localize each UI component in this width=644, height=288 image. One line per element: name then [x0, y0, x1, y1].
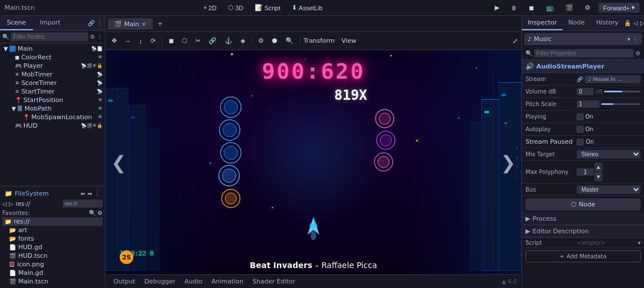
- tab-output[interactable]: Output: [110, 277, 138, 286]
- vt-view-label[interactable]: View: [341, 37, 356, 44]
- btn-2d[interactable]: ⌖ 2D: [200, 3, 220, 13]
- tree-item-hud[interactable]: 🎮 HUD 📡🎬👁🔒: [0, 121, 105, 130]
- filter-action-icon[interactable]: ⚙: [90, 34, 95, 40]
- btn-3d[interactable]: ⬡ 3D: [225, 3, 247, 13]
- tab-audio[interactable]: Audio: [181, 277, 206, 286]
- fs-action-1[interactable]: ⬅: [80, 190, 85, 197]
- playing-checkbox[interactable]: [577, 113, 584, 120]
- tool-zoom[interactable]: 🔍: [283, 36, 296, 46]
- btn-pause[interactable]: ⏸: [507, 3, 520, 13]
- tab-add-button[interactable]: +: [154, 19, 166, 29]
- tree-item-startposition[interactable]: 📍 StartPosition 👁: [0, 96, 105, 104]
- tab-import[interactable]: Import: [33, 16, 68, 30]
- filter-props-settings-icon[interactable]: ⚙: [635, 50, 641, 56]
- fs-item-hudtscn[interactable]: 🎬 HUD.tscn: [2, 252, 103, 260]
- tree-item-mobpath[interactable]: ▼ 🛤 MobPath 👁: [0, 104, 105, 113]
- prop-stream-file[interactable]: ♪ House In ...: [585, 75, 641, 83]
- tool-select[interactable]: ✥: [109, 36, 120, 46]
- btn-play[interactable]: ▶: [491, 3, 503, 13]
- polyphony-input[interactable]: [577, 168, 594, 176]
- polyphony-up-btn[interactable]: ▲: [594, 163, 602, 172]
- tool-rotate[interactable]: ↕: [136, 36, 145, 46]
- pitch-scale-input[interactable]: [577, 100, 600, 108]
- pitch-slider-track[interactable]: [601, 103, 641, 105]
- tool-layout[interactable]: ◈: [238, 36, 248, 46]
- tree-item-mobspawn[interactable]: 📍 MobSpawnLocation 👁: [0, 113, 105, 121]
- tab-inspector[interactable]: Inspector: [522, 16, 563, 30]
- fs-back-icon[interactable]: ◁: [2, 201, 7, 207]
- fs-item-hudgd[interactable]: 📄 HUD.gd: [2, 243, 103, 252]
- btn-stop[interactable]: ⏹: [525, 3, 538, 13]
- vt-transform-label[interactable]: Transform: [304, 37, 335, 44]
- prop-stream-value: 🔗 ♪ House In ...: [577, 75, 641, 83]
- fs-item-res[interactable]: 📁 res://: [2, 217, 103, 226]
- tab-label-main: Main: [124, 21, 139, 28]
- tab-node[interactable]: Node: [563, 16, 590, 30]
- fs-filter-icon[interactable]: 🔍: [89, 210, 96, 216]
- tree-item-starttimer[interactable]: ✕ StartTimer 📡: [0, 87, 105, 96]
- editor-tab-main[interactable]: 🎬 Main ✕: [108, 18, 153, 30]
- fs-forward-icon[interactable]: ▷: [9, 201, 14, 207]
- btn-settings[interactable]: ⚙: [581, 3, 594, 13]
- tree-item-main[interactable]: ▼ 🟦 Main 📡 📄: [0, 44, 105, 53]
- node-select-dropdown[interactable]: ♪ Music ▾ ⋮: [524, 33, 642, 45]
- fs-item-iconpng[interactable]: 🖼 icon.png: [2, 260, 103, 269]
- volume-slider-track[interactable]: [604, 91, 641, 92]
- tool-snap[interactable]: ◼: [166, 36, 177, 46]
- fs-action-2[interactable]: ➡: [88, 190, 92, 197]
- tab-animation[interactable]: Animation: [208, 277, 247, 286]
- filter-more-icon[interactable]: ⋮: [97, 34, 103, 40]
- tree-item-colorrect[interactable]: ◼ ColorRect 👁: [0, 53, 105, 62]
- section-process[interactable]: ▶ Process: [522, 213, 644, 225]
- inspector-options-icon[interactable]: ⋮: [633, 36, 638, 42]
- fs-item-fonts[interactable]: 📂 fonts: [2, 234, 103, 243]
- tool-grid[interactable]: ⬡: [179, 36, 190, 46]
- tool-bone[interactable]: ⬟: [269, 36, 280, 46]
- tree-item-mobtimer[interactable]: ✕ MobTimer 📡: [0, 70, 105, 79]
- fs-item-maingd[interactable]: 📄 Main.gd: [2, 269, 103, 277]
- btn-film[interactable]: 🎬: [562, 3, 577, 13]
- tab-close-main[interactable]: ✕: [141, 21, 146, 27]
- fs-item-maintscn[interactable]: 🎬 Main.tscn: [2, 277, 103, 286]
- inspector-nav-left[interactable]: ◁: [633, 20, 638, 26]
- fs-item-art[interactable]: 📂 art: [2, 226, 103, 234]
- script-dropdown-icon[interactable]: ▾: [638, 240, 641, 246]
- tool-move[interactable]: ↔: [122, 36, 134, 46]
- btn-script[interactable]: 📝 Script: [251, 3, 284, 13]
- add-metadata-button[interactable]: + Add Metadata: [525, 250, 641, 262]
- fs-action-3[interactable]: ⋮: [95, 190, 100, 197]
- scene-filter-input[interactable]: [11, 33, 88, 41]
- tab-history[interactable]: History: [590, 16, 624, 30]
- scene-action-icon-2[interactable]: ⋮: [97, 20, 103, 26]
- viewport[interactable]: 900:620 819X 1:13:22 0 25: [105, 50, 521, 274]
- tool-fx[interactable]: ⚙: [255, 36, 267, 46]
- node-button[interactable]: ⬡ Node: [525, 198, 641, 210]
- tab-debugger[interactable]: Debugger: [141, 277, 178, 286]
- tool-group[interactable]: 🔗: [206, 36, 219, 46]
- btn-forward[interactable]: Forward+ ▾: [598, 3, 639, 13]
- mix-target-select[interactable]: Stereo: [577, 150, 641, 159]
- volume-db-input[interactable]: [577, 88, 594, 95]
- polyphony-down-btn[interactable]: ▼: [594, 172, 602, 181]
- nav-arrow-left[interactable]: ❮: [111, 152, 127, 173]
- scene-tree: ▼ 🟦 Main 📡 📄 ◼ ColorRect 👁 🎮 Player 📡🎬👁🔒: [0, 43, 105, 186]
- tab-shader[interactable]: Shader Editor: [249, 277, 299, 286]
- inspector-lock-icon[interactable]: 🔒: [624, 20, 631, 26]
- inspector-nav-right[interactable]: ▷: [640, 20, 644, 26]
- stream-paused-checkbox[interactable]: [577, 139, 584, 145]
- scene-action-icon-1[interactable]: 🔗: [88, 20, 95, 26]
- bus-select[interactable]: Master: [577, 185, 641, 194]
- expand-icon[interactable]: ⤢: [512, 37, 518, 45]
- autoplay-checkbox[interactable]: [577, 126, 584, 133]
- tree-item-scoretimer[interactable]: ✕ ScoreTimer 📡: [0, 79, 105, 87]
- btn-remote[interactable]: 📺: [543, 3, 557, 13]
- tab-scene[interactable]: Scene: [0, 16, 33, 30]
- tool-anchor[interactable]: ⚓: [222, 36, 235, 46]
- tool-lock[interactable]: ✂: [193, 36, 203, 46]
- section-editor-desc[interactable]: ▶ Editor Description: [522, 225, 644, 238]
- fs-sort-icon[interactable]: ⚙: [97, 210, 103, 216]
- btn-assetlib[interactable]: ⬇ AssetLib: [288, 3, 326, 13]
- tree-item-player[interactable]: 🎮 Player 📡🎬👁🔒: [0, 62, 105, 70]
- filter-props-input[interactable]: [534, 49, 634, 58]
- tool-scale[interactable]: ⟳: [148, 36, 158, 46]
